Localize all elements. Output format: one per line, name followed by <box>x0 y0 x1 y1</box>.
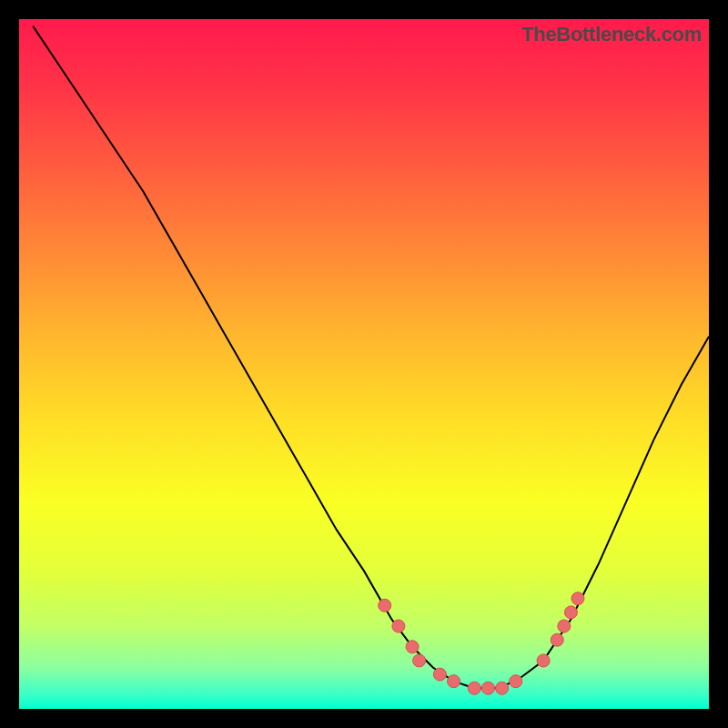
chart-marker-group <box>379 592 584 695</box>
chart-marker <box>496 682 509 694</box>
chart-svg <box>19 19 709 709</box>
chart-marker <box>558 620 571 632</box>
chart-marker <box>433 668 446 681</box>
chart-marker <box>551 633 563 646</box>
chart-marker <box>537 654 550 667</box>
chart-marker <box>406 641 419 653</box>
chart-stage: TheBottleneck.com <box>0 0 728 728</box>
chart-marker <box>392 620 405 632</box>
chart-marker <box>413 654 426 667</box>
chart-line <box>33 26 709 689</box>
chart-line-group <box>33 26 709 689</box>
chart-marker <box>379 599 391 612</box>
chart-marker <box>571 592 584 605</box>
chart-marker <box>448 675 460 688</box>
chart-marker <box>510 675 522 688</box>
chart-marker <box>481 682 494 694</box>
plot-area: TheBottleneck.com <box>19 19 709 709</box>
chart-marker <box>468 682 480 694</box>
chart-marker <box>564 606 577 619</box>
